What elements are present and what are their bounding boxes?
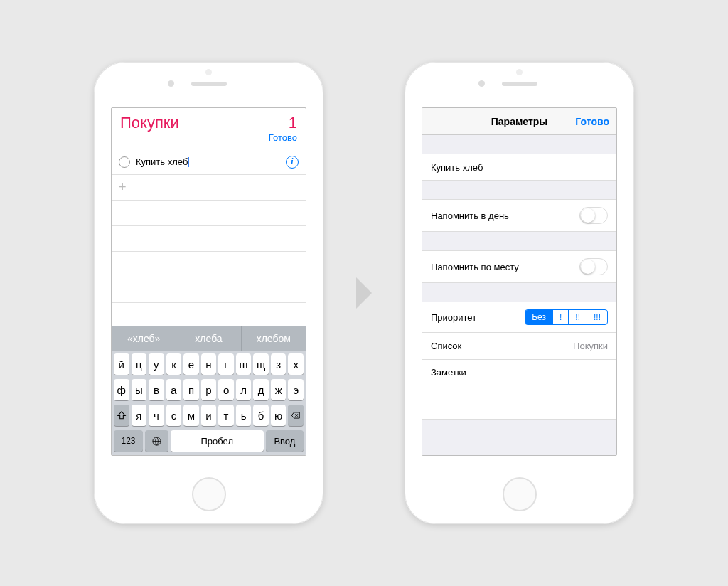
key[interactable]: и — [201, 405, 217, 426]
key[interactable]: п — [183, 379, 199, 400]
remind-place-cell: Напомнить по месту — [422, 250, 616, 283]
details-body: Купить хлеб Напомнить в день Напомнить п… — [422, 135, 616, 455]
priority-cell: Приоритет Без ! !! !!! — [422, 302, 616, 333]
space-key[interactable]: Пробел — [171, 430, 264, 452]
notes-label: Заметки — [431, 367, 466, 378]
reminder-row[interactable]: Купить хлеб i — [112, 149, 306, 175]
key[interactable]: с — [166, 405, 182, 426]
key[interactable]: я — [132, 405, 147, 426]
priority-opt-2[interactable]: !! — [569, 310, 587, 324]
reminder-title-cell[interactable]: Купить хлеб — [422, 154, 616, 181]
key[interactable]: х — [288, 353, 304, 375]
key[interactable]: б — [253, 405, 269, 426]
key[interactable]: н — [201, 353, 217, 375]
add-reminder-row[interactable]: + — [112, 175, 306, 201]
plus-icon: + — [119, 180, 127, 195]
key[interactable]: д — [253, 379, 269, 400]
reminder-title: Купить хлеб — [431, 162, 483, 173]
remind-place-label: Напомнить по месту — [431, 262, 519, 272]
list-label: Список — [431, 341, 461, 351]
details-screen: Параметры Готово Купить хлеб Напомнить в… — [422, 107, 617, 456]
key[interactable]: ш — [236, 353, 252, 375]
key[interactable]: р — [201, 379, 217, 400]
phone-right: Параметры Готово Купить хлеб Напомнить в… — [405, 62, 634, 524]
shift-icon — [117, 410, 127, 420]
speaker-icon — [502, 82, 537, 86]
enter-key[interactable]: Ввод — [266, 430, 304, 452]
keyboard-row-2: ф ы в а п р о л д ж э — [114, 379, 304, 400]
priority-segmented[interactable]: Без ! !! !!! — [525, 309, 608, 325]
suggestion-0[interactable]: «хлеб» — [112, 326, 176, 351]
keyboard-row-3: я ч с м и т ь б ю — [114, 405, 304, 426]
key[interactable]: е — [183, 353, 199, 375]
key[interactable]: м — [183, 405, 199, 426]
phone-left: Покупки 1 Готово Купить хлеб i + «хлеб» … — [94, 62, 323, 524]
nav-title: Параметры — [491, 116, 548, 127]
key[interactable]: ч — [149, 405, 164, 426]
remind-day-label: Напомнить в день — [431, 211, 509, 221]
key[interactable]: ы — [132, 379, 147, 400]
key[interactable]: т — [218, 405, 234, 426]
priority-opt-1[interactable]: ! — [553, 310, 569, 324]
list-value: Покупки — [573, 341, 608, 351]
keyboard-suggestions: «хлеб» хлеба хлебом — [112, 326, 306, 351]
keyboard-row-4: 123 Пробел Ввод — [114, 430, 304, 452]
globe-icon — [151, 436, 162, 447]
empty-lines — [112, 201, 306, 326]
backspace-icon — [291, 410, 301, 420]
shift-key[interactable] — [114, 405, 129, 426]
details-group: Приоритет Без ! !! !!! Список Покупки За… — [422, 302, 616, 420]
key[interactable]: г — [218, 353, 234, 375]
info-icon[interactable]: i — [286, 156, 299, 169]
globe-key[interactable] — [145, 430, 168, 452]
key[interactable]: о — [218, 379, 234, 400]
notes-cell[interactable]: Заметки — [422, 360, 616, 420]
key[interactable]: ц — [132, 353, 147, 375]
suggestion-1[interactable]: хлеба — [176, 326, 241, 351]
front-camera-icon — [168, 80, 174, 87]
key[interactable]: к — [166, 353, 182, 375]
key[interactable]: й — [114, 353, 129, 375]
proximity-sensor-icon — [516, 69, 523, 75]
key[interactable]: в — [149, 379, 164, 400]
suggestion-2[interactable]: хлебом — [242, 326, 306, 351]
home-button[interactable] — [503, 477, 537, 511]
list-title: Покупки — [120, 114, 269, 132]
keyboard-row-1: й ц у к е н г ш щ з х — [114, 353, 304, 375]
done-button[interactable]: Готово — [575, 116, 609, 127]
key[interactable]: ю — [271, 405, 287, 426]
key[interactable]: з — [271, 353, 287, 375]
key[interactable]: ж — [271, 379, 287, 400]
remind-day-toggle[interactable] — [579, 207, 608, 224]
proximity-sensor-icon — [205, 69, 212, 75]
key[interactable]: а — [166, 379, 182, 400]
reminders-screen: Покупки 1 Готово Купить хлеб i + «хлеб» … — [111, 107, 306, 456]
backspace-key[interactable] — [288, 405, 304, 426]
arrow-right-icon — [356, 277, 372, 309]
list-cell[interactable]: Список Покупки — [422, 333, 616, 360]
complete-radio[interactable] — [119, 156, 130, 168]
key[interactable]: щ — [253, 353, 269, 375]
details-nav: Параметры Готово — [422, 108, 616, 135]
reminders-header: Покупки 1 Готово — [112, 108, 306, 149]
numbers-key[interactable]: 123 — [114, 430, 143, 452]
home-button[interactable] — [192, 477, 226, 511]
priority-label: Приоритет — [431, 312, 476, 323]
front-camera-icon — [478, 80, 485, 87]
remind-place-toggle[interactable] — [579, 258, 608, 275]
reminder-text[interactable]: Купить хлеб — [136, 156, 280, 168]
keyboard: й ц у к е н г ш щ з х ф ы в а п р о л — [112, 351, 306, 455]
done-button[interactable]: Готово — [269, 132, 297, 143]
key[interactable]: у — [149, 353, 164, 375]
text-cursor-icon — [188, 157, 189, 167]
key[interactable]: ф — [114, 379, 129, 400]
item-count: 1 — [269, 114, 297, 132]
priority-opt-3[interactable]: !!! — [587, 310, 607, 324]
key[interactable]: э — [288, 379, 304, 400]
priority-opt-0[interactable]: Без — [525, 310, 553, 324]
speaker-icon — [191, 82, 227, 86]
remind-day-cell: Напомнить в день — [422, 199, 616, 232]
key[interactable]: л — [236, 379, 252, 400]
key[interactable]: ь — [236, 405, 252, 426]
